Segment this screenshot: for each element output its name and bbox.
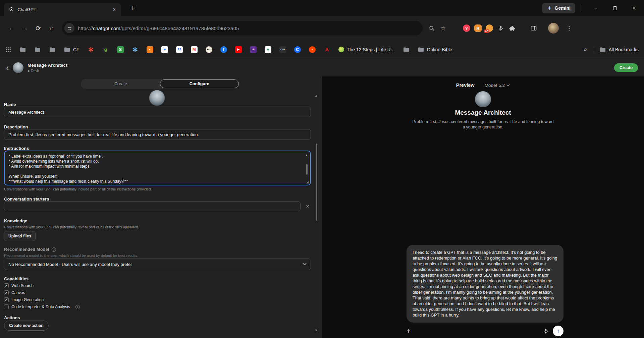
browser-menu-icon[interactable]: ⋮ (564, 22, 575, 34)
scroll-up-icon[interactable]: ▲ (315, 94, 318, 97)
red-asterisk-favicon[interactable]: ∗ (88, 46, 94, 53)
youtube-favicon[interactable]: ▶ (235, 46, 242, 53)
search-lens-icon[interactable] (426, 22, 437, 34)
name-input[interactable] (4, 107, 311, 117)
green-s-favicon[interactable]: S (117, 46, 124, 53)
extensions-puzzle-icon[interactable] (506, 22, 518, 34)
bookmark-twelve-steps[interactable]: The 12 Steps | Life R... (338, 47, 395, 52)
message-composer[interactable]: + ↑ (407, 325, 564, 337)
create-new-action-button[interactable]: Create new action (4, 321, 49, 331)
gmail-favicon[interactable]: M (191, 46, 198, 53)
recommended-model-label: Recommended Modeli (4, 247, 56, 252)
tab-title: ChatGPT (17, 7, 109, 12)
capability-image-generation[interactable]: Image Generation (4, 297, 44, 303)
send-button[interactable]: ↑ (553, 326, 564, 336)
name-label: Name (4, 102, 16, 107)
checkbox[interactable] (4, 304, 9, 309)
site-info-icon[interactable] (64, 23, 74, 33)
reload-button[interactable]: ⟳ (32, 21, 45, 35)
gloo-favicon[interactable]: g (102, 46, 109, 53)
gemini-button[interactable]: Gemini (542, 3, 575, 13)
ec-favicon[interactable]: EC (206, 46, 212, 53)
facebook-favicon[interactable]: f (220, 46, 227, 53)
mic-icon[interactable] (541, 328, 551, 334)
recommended-model-select[interactable]: No Recommended Model - Users will use an… (4, 259, 311, 270)
tab-create[interactable]: Create (82, 79, 160, 88)
user-message-bubble: I need to create a GPT that is a message… (407, 245, 564, 323)
raindrop-extension-icon[interactable]: R (472, 22, 484, 34)
remove-starter-icon[interactable]: ✕ (304, 203, 311, 210)
tab-configure[interactable]: Configure (160, 79, 239, 88)
browser-window: ChatGPT ✕ + Gemini ─ ✕ ← → ⟳ ⌂ https://c… (0, 0, 644, 338)
doc-lines-favicon[interactable]: ≡ (161, 46, 168, 53)
checkbox[interactable] (4, 297, 9, 302)
bookmark-folder-icon[interactable] (403, 47, 410, 52)
bookmarks-divider (593, 46, 593, 53)
instructions-scrollbar-thumb[interactable] (306, 164, 308, 175)
description-input[interactable] (4, 129, 311, 140)
address-bar[interactable]: https://chatgpt.com/gpts/editor/g-696c48… (62, 21, 423, 36)
openai-logo-icon (9, 7, 14, 12)
upload-files-button[interactable]: Upload files (4, 231, 36, 241)
ui-favicon[interactable]: UI (250, 46, 257, 53)
titlebar-divider (581, 4, 581, 12)
conversation-starter-input[interactable] (4, 201, 301, 211)
tab-close-icon[interactable]: ✕ (112, 7, 116, 12)
close-button[interactable]: ✕ (625, 0, 644, 16)
c-blue-favicon[interactable]: C (294, 46, 301, 53)
gpt-avatar (13, 62, 23, 73)
all-bookmarks-button[interactable]: All Bookmarks (599, 47, 639, 52)
red-a-favicon[interactable]: A (324, 46, 330, 53)
minimize-button[interactable]: ─ (586, 0, 605, 16)
model-selector[interactable]: Model 5.2 (485, 83, 510, 88)
checkbox[interactable] (4, 290, 9, 295)
bookmarks-overflow-chevron[interactable]: » (584, 46, 587, 53)
scroll-down-icon[interactable]: ▼ (315, 329, 318, 332)
bookmark-folder-icon[interactable] (19, 47, 26, 52)
text-caret (123, 179, 123, 183)
apps-grid-icon[interactable] (5, 47, 11, 53)
instructions-caption: Conversations with your GPT can potentia… (4, 187, 152, 191)
capability-code-interpreter[interactable]: Code Interpreter & Data Analysis i (4, 304, 80, 310)
profile-avatar[interactable] (548, 23, 559, 34)
capability-canvas[interactable]: Canvas (4, 290, 25, 296)
configure-panel: Create Configure Name Description Instru… (0, 76, 322, 338)
instructions-label: Instructions (4, 146, 29, 151)
pocket-extension-icon[interactable]: ∨ (461, 22, 472, 34)
browser-toolbar: ← → ⟳ ⌂ https://chatgpt.com/gpts/editor/… (0, 16, 644, 40)
bookmark-folder-cf[interactable]: CF (64, 47, 79, 52)
info-icon[interactable]: i (75, 305, 80, 309)
bookmark-folder-icon[interactable] (49, 47, 56, 52)
maximize-button[interactable] (605, 0, 625, 16)
new-tab-button[interactable]: + (128, 3, 138, 13)
bookmark-star-icon[interactable]: ☆ (437, 22, 449, 34)
cookie-off-extension-icon[interactable]: off (484, 22, 495, 34)
checkbox[interactable] (4, 283, 9, 288)
instructions-scroll-up-icon[interactable]: ▲ (305, 154, 308, 157)
back-chevron-icon[interactable]: ‹ (6, 64, 9, 72)
home-button[interactable]: ⌂ (45, 21, 58, 35)
bookmark-folder-icon[interactable] (34, 47, 41, 52)
green-list-favicon[interactable]: ≡ (265, 46, 271, 53)
blue-asterisk-favicon[interactable]: ∗ (132, 46, 139, 53)
create-button[interactable]: Create (614, 63, 638, 72)
forward-button[interactable]: → (18, 21, 32, 35)
instructions-textarea[interactable]: * Label extra ideas as “optional” or “if… (4, 151, 311, 185)
capability-web-search[interactable]: Web Search (4, 283, 34, 289)
info-icon[interactable]: i (52, 247, 56, 252)
gpt-avatar-upload[interactable] (149, 90, 165, 106)
calendar-13-favicon[interactable]: 13 (176, 46, 183, 53)
attach-plus-icon[interactable]: + (407, 327, 417, 335)
resize-grip-icon[interactable]: ◢ (306, 180, 309, 184)
mic-icon[interactable] (495, 22, 506, 34)
preview-panel: Preview Model 5.2 Message Architect Prob… (322, 76, 644, 338)
panel-scrollbar-thumb[interactable] (316, 144, 317, 221)
side-panel-icon[interactable] (528, 22, 539, 34)
reddit-favicon[interactable]: ● (309, 46, 316, 53)
dw-favicon[interactable]: DW (279, 46, 286, 53)
bookmark-folder-online-bible[interactable]: Online Bible (418, 47, 452, 52)
bookmarks-bar: CF ∗gS∗●≡13MECf▶UI≡DWC●A The 12 Steps | … (0, 40, 644, 59)
orange-dot-favicon[interactable]: ● (147, 46, 153, 53)
browser-tab[interactable]: ChatGPT ✕ (4, 3, 121, 16)
back-button[interactable]: ← (5, 21, 18, 35)
